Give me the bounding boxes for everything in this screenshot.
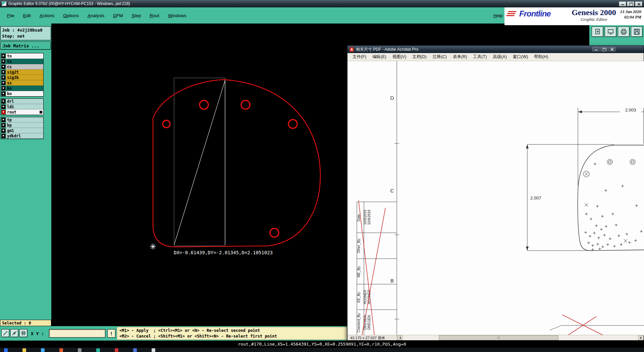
acrobat-icon: A	[350, 47, 354, 52]
taskbar-app-icon[interactable]	[41, 348, 45, 352]
layer-name[interactable]: ss	[6, 80, 43, 86]
layer-visibility-toggle[interactable]	[1, 128, 6, 133]
layer-name[interactable]: bp	[6, 123, 43, 128]
layer-row[interactable]: gm1	[1, 128, 43, 133]
genesis-titlebar[interactable]: Graphic Editor 9.07b2 (00@HY-HYCAM-PC153…	[0, 0, 644, 7]
layer-visibility-toggle[interactable]	[1, 91, 6, 96]
menu-rout[interactable]: Rout	[145, 12, 164, 19]
layer-visibility-toggle[interactable]	[1, 81, 6, 85]
layer-visibility-toggle[interactable]	[1, 54, 6, 58]
layer-name[interactable]: ydkdrl	[6, 133, 43, 139]
layer-row-active[interactable]: rout	[1, 109, 43, 115]
layer-visibility-toggle[interactable]	[1, 64, 6, 69]
layer-row[interactable]: bo	[1, 91, 43, 96]
maximize-icon[interactable]	[627, 1, 634, 6]
layer-visibility-toggle[interactable]	[1, 59, 6, 64]
layer-visibility-toggle[interactable]	[1, 86, 6, 91]
print-button[interactable]	[618, 27, 630, 37]
layer-name[interactable]: drl	[6, 99, 43, 104]
scroll-left-button[interactable]	[397, 335, 402, 340]
layer-visibility-toggle[interactable]	[1, 75, 6, 80]
menu-dfm[interactable]: DFM	[109, 12, 127, 19]
pdf-document[interactable]: 2.003 2.007 D C B Date: 10/8/2019 10/8/2…	[347, 61, 644, 336]
scroll-right-button[interactable]	[638, 335, 644, 340]
acrobat-close-icon[interactable]	[608, 47, 615, 51]
acrobat-menu-comments[interactable]: 注释(C)	[430, 53, 450, 61]
layer-row[interactable]: tp	[1, 117, 43, 123]
acrobat-menu-view[interactable]: 视图(V)	[389, 53, 410, 61]
save-icon	[634, 29, 640, 35]
acrobat-menu-advanced[interactable]: 高级(A)	[490, 53, 510, 61]
layer-row[interactable]: drl	[1, 99, 43, 104]
right-toolbar	[589, 24, 644, 45]
menu-analysis[interactable]: Analysis	[83, 12, 109, 19]
layer-name[interactable]: sig3b	[6, 75, 43, 80]
layer-visibility-toggle[interactable]	[1, 123, 6, 128]
layer-row[interactable]: ydkdrl	[1, 133, 43, 139]
menu-file[interactable]: File	[3, 12, 19, 19]
layer-name[interactable]: rout	[6, 109, 43, 115]
menu-edit[interactable]: Edit	[19, 12, 35, 19]
layer-row[interactable]: ldi	[1, 104, 43, 109]
layer-visibility-toggle[interactable]	[1, 110, 6, 115]
load-button[interactable]	[592, 27, 603, 37]
grid-button[interactable]	[19, 329, 28, 337]
close-icon[interactable]	[635, 1, 642, 6]
menu-windows[interactable]: Windows	[164, 12, 191, 19]
taskbar-app-icon[interactable]	[59, 348, 63, 352]
layer-name[interactable]: gm1	[6, 128, 43, 133]
scroll-left-icon	[398, 337, 401, 339]
layer-row[interactable]: sig2t	[1, 70, 43, 75]
layer-visibility-toggle[interactable]	[1, 104, 6, 109]
layer-row[interactable]: ss	[1, 80, 43, 86]
menu-options[interactable]: Options	[59, 12, 83, 19]
select-line-button[interactable]	[1, 329, 9, 337]
acrobat-minimize-icon[interactable]	[592, 47, 599, 51]
layer-row[interactable]: to	[1, 53, 43, 59]
layer-name[interactable]: ts	[6, 59, 43, 64]
menu-actions[interactable]: Actions	[35, 12, 59, 19]
layer-name[interactable]: sig2t	[6, 70, 43, 75]
layer-visibility-toggle[interactable]	[1, 118, 6, 122]
layer-row[interactable]: bp	[1, 123, 43, 128]
horizontal-scrollbar[interactable]	[397, 335, 644, 340]
job-matrix-button[interactable]: Job Matrix ...	[0, 42, 51, 50]
layer-name[interactable]: tp	[6, 117, 43, 123]
taskbar-app-icon[interactable]	[78, 348, 82, 352]
layer-name[interactable]: bo	[6, 91, 43, 96]
taskbar-app-icon[interactable]	[4, 348, 8, 352]
menu-step[interactable]: Step	[127, 12, 145, 19]
layer-visibility-toggle[interactable]	[1, 70, 6, 75]
prompt-button[interactable]: !	[107, 329, 115, 338]
layer-row[interactable]: ts	[1, 59, 43, 64]
taskbar-app-icon[interactable]	[96, 348, 100, 352]
layer-visibility-toggle[interactable]	[1, 99, 6, 104]
layer-name[interactable]: cs	[6, 64, 43, 70]
layer-row[interactable]: cs	[1, 64, 43, 70]
acrobat-menu-window[interactable]: 窗口(W)	[510, 53, 531, 61]
acrobat-menu-document[interactable]: 文档(D)	[409, 53, 429, 61]
acrobat-maximize-icon[interactable]	[600, 47, 607, 51]
screen-button[interactable]	[605, 27, 616, 37]
acrobat-menu-help[interactable]: 帮助(H)	[531, 53, 551, 61]
scrollbar-thumb[interactable]	[439, 335, 558, 340]
minimize-icon[interactable]	[619, 1, 626, 6]
layer-name[interactable]: ldi	[6, 104, 43, 109]
select-point-button[interactable]	[10, 329, 18, 337]
layer-visibility-toggle[interactable]	[1, 134, 6, 138]
layer-name[interactable]: to	[6, 53, 43, 59]
layer-name[interactable]: bs	[6, 86, 43, 91]
xy-input[interactable]	[49, 329, 105, 338]
acrobat-menu-forms[interactable]: 表单(R)	[450, 53, 470, 61]
taskbar-app-icon[interactable]	[152, 348, 155, 352]
layer-row[interactable]: sig3b	[1, 75, 43, 80]
taskbar-app-icon[interactable]	[22, 348, 26, 352]
acrobat-titlebar[interactable]: A 相关尺寸.PDF - Adobe Acrobat Pro	[347, 46, 644, 53]
save-button[interactable]	[631, 27, 643, 37]
taskbar-app-icon[interactable]	[133, 348, 137, 352]
layer-row[interactable]: bs	[1, 86, 43, 91]
taskbar-app-icon[interactable]	[115, 348, 118, 352]
acrobat-menu-file[interactable]: 文件(F)	[350, 53, 369, 61]
acrobat-menu-edit[interactable]: 编辑(E)	[369, 53, 389, 61]
acrobat-menu-tools[interactable]: 工具(T)	[470, 53, 490, 61]
